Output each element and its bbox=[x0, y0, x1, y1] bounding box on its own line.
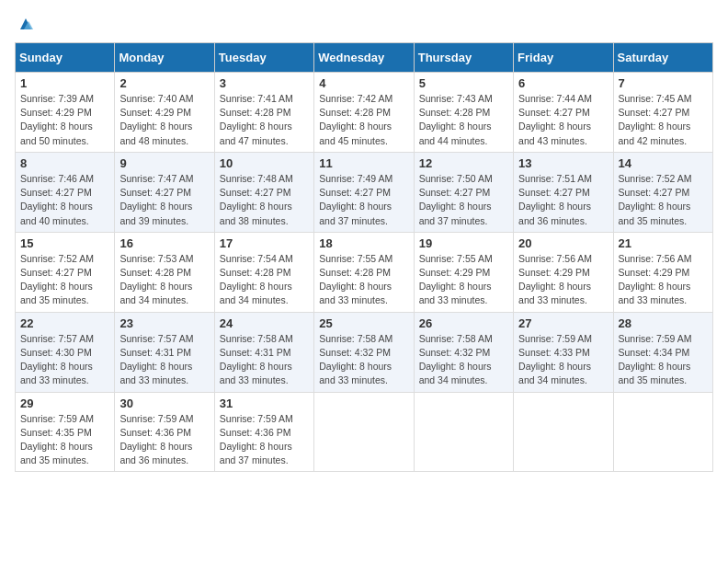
day-number: 3 bbox=[220, 76, 309, 90]
calendar-cell bbox=[414, 392, 513, 472]
day-info: Sunrise: 7:57 AMSunset: 4:31 PMDaylight:… bbox=[119, 332, 209, 388]
calendar-cell: 5Sunrise: 7:43 AMSunset: 4:28 PMDaylight… bbox=[414, 73, 513, 153]
day-number: 14 bbox=[619, 156, 708, 170]
calendar-cell: 1Sunrise: 7:39 AMSunset: 4:29 PMDaylight… bbox=[16, 73, 115, 153]
day-info: Sunrise: 7:56 AMSunset: 4:29 PMDaylight:… bbox=[518, 252, 608, 308]
calendar-cell bbox=[613, 392, 712, 472]
day-number: 20 bbox=[518, 236, 608, 250]
day-number: 23 bbox=[119, 316, 209, 330]
day-info: Sunrise: 7:59 AMSunset: 4:36 PMDaylight:… bbox=[220, 412, 309, 468]
day-number: 25 bbox=[319, 316, 408, 330]
calendar-cell: 31Sunrise: 7:59 AMSunset: 4:36 PMDayligh… bbox=[214, 392, 313, 472]
calendar-cell: 7Sunrise: 7:45 AMSunset: 4:27 PMDaylight… bbox=[613, 73, 712, 153]
logo bbox=[15, 15, 35, 33]
calendar-cell: 10Sunrise: 7:48 AMSunset: 4:27 PMDayligh… bbox=[214, 152, 313, 232]
calendar-cell: 25Sunrise: 7:58 AMSunset: 4:32 PMDayligh… bbox=[314, 312, 414, 392]
day-number: 16 bbox=[119, 236, 209, 250]
day-info: Sunrise: 7:40 AMSunset: 4:29 PMDaylight:… bbox=[119, 92, 209, 148]
day-info: Sunrise: 7:48 AMSunset: 4:27 PMDaylight:… bbox=[220, 172, 309, 228]
calendar-cell: 15Sunrise: 7:52 AMSunset: 4:27 PMDayligh… bbox=[16, 232, 115, 312]
calendar-cell: 27Sunrise: 7:59 AMSunset: 4:33 PMDayligh… bbox=[514, 312, 613, 392]
calendar-cell: 13Sunrise: 7:51 AMSunset: 4:27 PMDayligh… bbox=[514, 152, 613, 232]
day-number: 11 bbox=[319, 156, 408, 170]
day-number: 30 bbox=[119, 396, 209, 410]
calendar-header-sunday: Sunday bbox=[16, 43, 115, 73]
calendar-cell: 3Sunrise: 7:41 AMSunset: 4:28 PMDaylight… bbox=[214, 73, 313, 153]
calendar-header-tuesday: Tuesday bbox=[214, 43, 313, 73]
day-number: 2 bbox=[119, 76, 209, 90]
day-info: Sunrise: 7:51 AMSunset: 4:27 PMDaylight:… bbox=[518, 172, 608, 228]
day-number: 31 bbox=[220, 396, 309, 410]
page-header bbox=[15, 15, 713, 33]
calendar-cell: 16Sunrise: 7:53 AMSunset: 4:28 PMDayligh… bbox=[115, 232, 214, 312]
calendar-cell: 8Sunrise: 7:46 AMSunset: 4:27 PMDaylight… bbox=[16, 152, 115, 232]
day-number: 26 bbox=[419, 316, 508, 330]
day-info: Sunrise: 7:59 AMSunset: 4:35 PMDaylight:… bbox=[20, 412, 109, 468]
day-info: Sunrise: 7:43 AMSunset: 4:28 PMDaylight:… bbox=[419, 92, 508, 148]
day-info: Sunrise: 7:41 AMSunset: 4:28 PMDaylight:… bbox=[220, 92, 309, 148]
day-info: Sunrise: 7:47 AMSunset: 4:27 PMDaylight:… bbox=[119, 172, 209, 228]
calendar-cell: 17Sunrise: 7:54 AMSunset: 4:28 PMDayligh… bbox=[214, 232, 313, 312]
calendar-cell: 2Sunrise: 7:40 AMSunset: 4:29 PMDaylight… bbox=[115, 73, 214, 153]
calendar-table: SundayMondayTuesdayWednesdayThursdayFrid… bbox=[15, 42, 713, 472]
day-number: 15 bbox=[20, 236, 109, 250]
day-info: Sunrise: 7:50 AMSunset: 4:27 PMDaylight:… bbox=[419, 172, 508, 228]
day-number: 4 bbox=[319, 76, 408, 90]
day-info: Sunrise: 7:46 AMSunset: 4:27 PMDaylight:… bbox=[20, 172, 109, 228]
day-number: 1 bbox=[20, 76, 109, 90]
day-number: 5 bbox=[419, 76, 508, 90]
day-info: Sunrise: 7:59 AMSunset: 4:34 PMDaylight:… bbox=[619, 332, 708, 388]
calendar-header-saturday: Saturday bbox=[613, 43, 712, 73]
day-number: 21 bbox=[619, 236, 708, 250]
day-info: Sunrise: 7:59 AMSunset: 4:36 PMDaylight:… bbox=[119, 412, 209, 468]
day-info: Sunrise: 7:52 AMSunset: 4:27 PMDaylight:… bbox=[619, 172, 708, 228]
calendar-header-row: SundayMondayTuesdayWednesdayThursdayFrid… bbox=[16, 43, 713, 73]
day-number: 22 bbox=[20, 316, 109, 330]
day-info: Sunrise: 7:55 AMSunset: 4:28 PMDaylight:… bbox=[319, 252, 408, 308]
day-number: 9 bbox=[119, 156, 209, 170]
calendar-header-wednesday: Wednesday bbox=[314, 43, 414, 73]
day-number: 28 bbox=[619, 316, 708, 330]
day-info: Sunrise: 7:54 AMSunset: 4:28 PMDaylight:… bbox=[220, 252, 309, 308]
day-number: 18 bbox=[319, 236, 408, 250]
calendar-cell: 28Sunrise: 7:59 AMSunset: 4:34 PMDayligh… bbox=[613, 312, 712, 392]
day-info: Sunrise: 7:56 AMSunset: 4:29 PMDaylight:… bbox=[619, 252, 708, 308]
day-info: Sunrise: 7:57 AMSunset: 4:30 PMDaylight:… bbox=[20, 332, 109, 388]
day-info: Sunrise: 7:49 AMSunset: 4:27 PMDaylight:… bbox=[319, 172, 408, 228]
day-number: 19 bbox=[419, 236, 508, 250]
day-number: 10 bbox=[220, 156, 309, 170]
calendar-header-monday: Monday bbox=[115, 43, 214, 73]
calendar-cell: 14Sunrise: 7:52 AMSunset: 4:27 PMDayligh… bbox=[613, 152, 712, 232]
day-number: 6 bbox=[518, 76, 608, 90]
calendar-cell: 12Sunrise: 7:50 AMSunset: 4:27 PMDayligh… bbox=[414, 152, 513, 232]
calendar-week-row: 29Sunrise: 7:59 AMSunset: 4:35 PMDayligh… bbox=[16, 392, 713, 472]
day-number: 12 bbox=[419, 156, 508, 170]
calendar-cell: 18Sunrise: 7:55 AMSunset: 4:28 PMDayligh… bbox=[314, 232, 414, 312]
day-number: 27 bbox=[518, 316, 608, 330]
day-info: Sunrise: 7:39 AMSunset: 4:29 PMDaylight:… bbox=[20, 92, 109, 148]
day-info: Sunrise: 7:58 AMSunset: 4:32 PMDaylight:… bbox=[419, 332, 508, 388]
calendar-header-thursday: Thursday bbox=[414, 43, 513, 73]
calendar-week-row: 15Sunrise: 7:52 AMSunset: 4:27 PMDayligh… bbox=[16, 232, 713, 312]
day-number: 29 bbox=[20, 396, 109, 410]
day-info: Sunrise: 7:55 AMSunset: 4:29 PMDaylight:… bbox=[419, 252, 508, 308]
calendar-cell: 20Sunrise: 7:56 AMSunset: 4:29 PMDayligh… bbox=[514, 232, 613, 312]
calendar-cell: 23Sunrise: 7:57 AMSunset: 4:31 PMDayligh… bbox=[115, 312, 214, 392]
calendar-cell: 4Sunrise: 7:42 AMSunset: 4:28 PMDaylight… bbox=[314, 73, 414, 153]
calendar-cell: 9Sunrise: 7:47 AMSunset: 4:27 PMDaylight… bbox=[115, 152, 214, 232]
day-info: Sunrise: 7:58 AMSunset: 4:31 PMDaylight:… bbox=[220, 332, 309, 388]
calendar-cell: 6Sunrise: 7:44 AMSunset: 4:27 PMDaylight… bbox=[514, 73, 613, 153]
day-info: Sunrise: 7:45 AMSunset: 4:27 PMDaylight:… bbox=[619, 92, 708, 148]
calendar-cell: 30Sunrise: 7:59 AMSunset: 4:36 PMDayligh… bbox=[115, 392, 214, 472]
calendar-cell: 24Sunrise: 7:58 AMSunset: 4:31 PMDayligh… bbox=[214, 312, 313, 392]
day-number: 24 bbox=[220, 316, 309, 330]
calendar-cell: 19Sunrise: 7:55 AMSunset: 4:29 PMDayligh… bbox=[414, 232, 513, 312]
calendar-cell: 11Sunrise: 7:49 AMSunset: 4:27 PMDayligh… bbox=[314, 152, 414, 232]
day-number: 17 bbox=[220, 236, 309, 250]
calendar-cell: 22Sunrise: 7:57 AMSunset: 4:30 PMDayligh… bbox=[16, 312, 115, 392]
day-number: 13 bbox=[518, 156, 608, 170]
day-info: Sunrise: 7:59 AMSunset: 4:33 PMDaylight:… bbox=[518, 332, 608, 388]
calendar-cell: 26Sunrise: 7:58 AMSunset: 4:32 PMDayligh… bbox=[414, 312, 513, 392]
day-info: Sunrise: 7:44 AMSunset: 4:27 PMDaylight:… bbox=[518, 92, 608, 148]
day-number: 7 bbox=[619, 76, 708, 90]
